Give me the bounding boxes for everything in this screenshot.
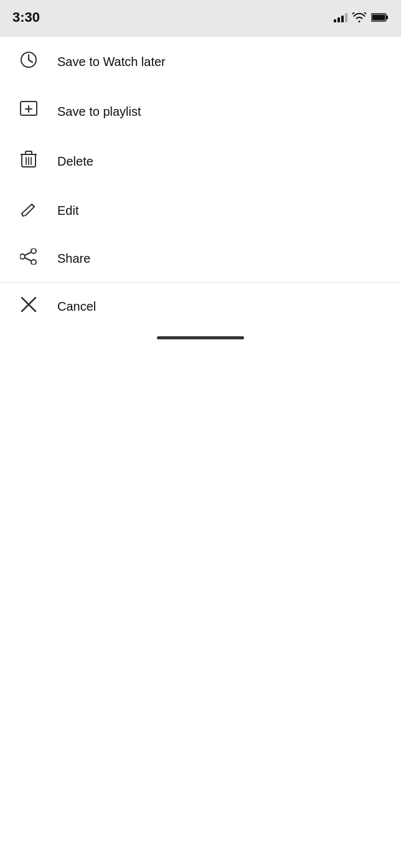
svg-rect-24 bbox=[26, 151, 32, 154]
save-playlist-label: Save to playlist bbox=[57, 105, 141, 119]
pencil-icon bbox=[17, 200, 40, 221]
status-bar: 3:30 bbox=[0, 0, 401, 32]
delete-label: Delete bbox=[57, 154, 93, 169]
videos-section: 0:23 Backyard Life No views · 2 minutes … bbox=[0, 102, 401, 348]
bottom-sheet: Save to Watch later Save to playlist bbox=[0, 37, 401, 348]
clock-icon bbox=[17, 50, 40, 73]
battery-icon bbox=[371, 12, 389, 22]
save-playlist-item[interactable]: Save to playlist bbox=[0, 87, 401, 136]
edit-label: Edit bbox=[57, 204, 78, 218]
home-indicator bbox=[0, 330, 401, 348]
svg-rect-2 bbox=[372, 15, 385, 21]
svg-line-18 bbox=[29, 60, 32, 62]
svg-point-29 bbox=[31, 260, 36, 265]
svg-point-28 bbox=[31, 248, 36, 253]
home-bar bbox=[157, 336, 244, 339]
svg-line-32 bbox=[25, 258, 31, 261]
status-icons bbox=[334, 12, 389, 22]
signal-icon bbox=[334, 12, 347, 22]
save-watch-later-item[interactable]: Save to Watch later bbox=[0, 37, 401, 87]
edit-item[interactable]: Edit bbox=[0, 186, 401, 235]
cancel-label: Cancel bbox=[57, 300, 96, 314]
share-label: Share bbox=[57, 252, 90, 266]
share-item[interactable]: Share bbox=[0, 235, 401, 282]
save-watch-later-label: Save to Watch later bbox=[57, 55, 166, 69]
x-icon bbox=[17, 296, 40, 316]
delete-item[interactable]: Delete bbox=[0, 136, 401, 186]
playlist-add-icon bbox=[17, 100, 40, 123]
trash-icon bbox=[17, 150, 40, 172]
wifi-icon bbox=[352, 12, 366, 22]
svg-line-31 bbox=[25, 252, 31, 255]
status-time: 3:30 bbox=[12, 9, 40, 26]
svg-point-30 bbox=[20, 254, 25, 259]
svg-rect-1 bbox=[386, 16, 388, 19]
share-icon bbox=[17, 248, 40, 268]
cancel-item[interactable]: Cancel bbox=[0, 283, 401, 330]
